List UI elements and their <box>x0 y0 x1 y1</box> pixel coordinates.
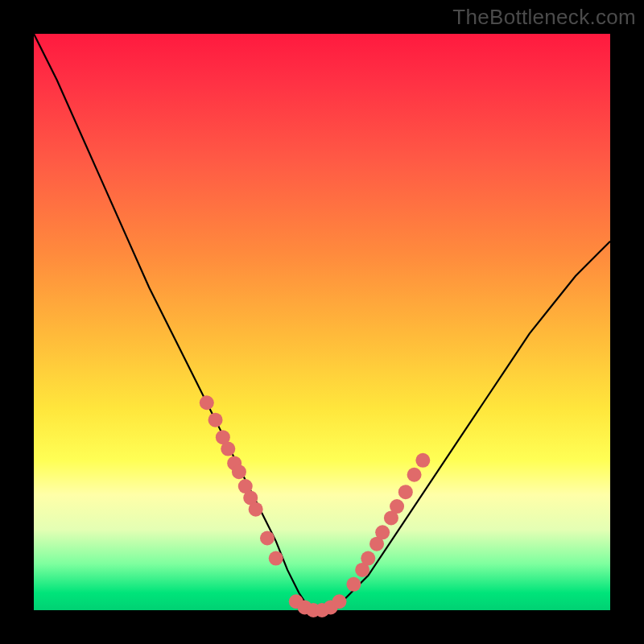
chart-svg <box>34 34 610 610</box>
chart-frame: TheBottleneck.com <box>0 0 644 644</box>
data-point <box>346 577 361 592</box>
data-point <box>361 551 375 566</box>
data-point <box>200 395 214 410</box>
data-point <box>208 413 223 427</box>
data-point <box>269 551 283 566</box>
data-point <box>407 468 422 482</box>
data-point <box>375 525 390 539</box>
data-point <box>390 499 404 514</box>
data-point <box>221 442 235 456</box>
data-point <box>260 531 275 546</box>
data-point <box>398 485 413 499</box>
data-point <box>332 594 346 609</box>
plot-area <box>34 34 610 610</box>
data-point <box>249 502 263 517</box>
data-points-group <box>200 395 431 617</box>
watermark-text: TheBottleneck.com <box>452 5 636 30</box>
bottleneck-curve <box>34 34 610 610</box>
data-point <box>415 453 430 468</box>
data-point <box>232 464 246 479</box>
